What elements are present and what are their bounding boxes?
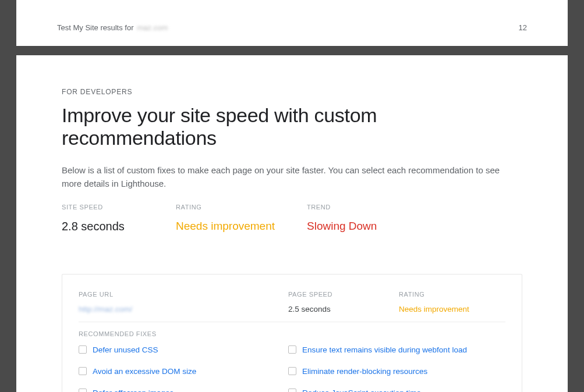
fix-item[interactable]: Defer offscreen images [79,389,288,393]
metric-site-speed: SITE SPEED 2.8 seconds [62,204,176,233]
fixes-grid: Defer unused CSS Ensure text remains vis… [79,345,505,393]
fix-link[interactable]: Ensure text remains visible during webfo… [302,345,467,354]
table-row: http://maz.com/ 2.5 seconds Needs improv… [79,305,505,322]
fix-item[interactable]: Avoid an excessive DOM size [79,367,288,376]
fix-item[interactable]: Reduce JavaScript execution time [288,389,505,393]
fix-item[interactable]: Defer unused CSS [79,345,288,354]
fix-checkbox[interactable] [288,367,296,375]
metric-label: SITE SPEED [62,204,176,211]
fix-link[interactable]: Defer offscreen images [93,389,174,393]
fix-link[interactable]: Avoid an excessive DOM size [93,367,196,376]
metric-value: Slowing Down [307,220,421,233]
col-header-url: PAGE URL [79,291,288,298]
fix-link[interactable]: Defer unused CSS [93,345,158,354]
col-header-rating: RATING [399,291,505,298]
section-eyebrow: FOR DEVELOPERS [62,88,522,96]
report-title-prefix: Test My Site results for [57,23,133,32]
fix-item[interactable]: Eliminate render-blocking resources [288,367,505,376]
fix-checkbox[interactable] [79,367,87,375]
metric-value: 2.8 seconds [62,220,176,233]
cell-page-speed: 2.5 seconds [288,305,399,313]
recommended-fixes-label: RECOMMENDED FIXES [79,330,505,337]
metric-rating: RATING Needs improvement [176,204,307,233]
cell-rating: Needs improvement [399,305,505,313]
metric-label: RATING [176,204,307,211]
col-header-speed: PAGE SPEED [288,291,399,298]
section-description: Below is a list of custom fixes to make … [62,163,516,191]
metric-trend: TREND Slowing Down [307,204,421,233]
fix-checkbox[interactable] [288,345,296,354]
page-number: 12 [519,23,527,32]
fix-link[interactable]: Reduce JavaScript execution time [302,389,421,393]
report-title-group: Test My Site results for maz.com [57,23,168,32]
metrics-row: SITE SPEED 2.8 seconds RATING Needs impr… [62,204,522,233]
fix-checkbox[interactable] [79,389,87,392]
fix-checkbox[interactable] [79,345,87,354]
report-header-bar: Test My Site results for maz.com 12 [16,0,568,46]
fix-link[interactable]: Eliminate render-blocking resources [302,367,427,376]
cell-page-url: http://maz.com/ [79,305,288,313]
fix-checkbox[interactable] [288,389,296,392]
panel-header: PAGE URL PAGE SPEED RATING [79,291,505,298]
page-title: Improve your site speed with custom reco… [62,104,522,149]
fix-item[interactable]: Ensure text remains visible during webfo… [288,345,505,354]
report-site-name: maz.com [137,23,168,32]
metric-label: TREND [307,204,421,211]
page-detail-panel: PAGE URL PAGE SPEED RATING http://maz.co… [62,274,522,393]
report-card: FOR DEVELOPERS Improve your site speed w… [16,55,568,392]
metric-value: Needs improvement [176,220,307,233]
